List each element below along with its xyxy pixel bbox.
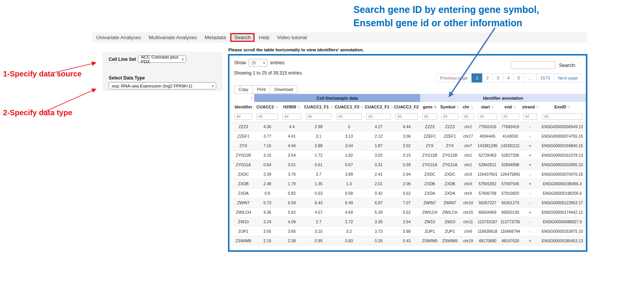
table-cell: ZXDB bbox=[233, 179, 254, 189]
table-cell: 0.82 bbox=[280, 189, 303, 198]
column-header-symbol[interactable]: Symbol⇅ bbox=[439, 102, 460, 111]
group-header-spacer[interactable]: ⇅ bbox=[233, 94, 254, 102]
download-button[interactable]: Download bbox=[270, 85, 297, 94]
column-header-strand[interactable]: strand⇅ bbox=[521, 102, 539, 111]
table-cell: ENSG00000159840.16 bbox=[539, 141, 586, 151]
data-source-panel: Cell Line Set ACC Colorado plus PDX ∨ Se… bbox=[103, 52, 223, 91]
table-cell: 0.42 bbox=[364, 189, 393, 198]
nav-item-metadata[interactable]: Metadata bbox=[201, 33, 229, 42]
data-type-label: Select Data Type bbox=[109, 75, 223, 81]
filter-cell bbox=[460, 111, 476, 122]
table-cell: ZUP1 bbox=[439, 227, 460, 236]
group-header-identifier-annotation: Identifier annotation bbox=[420, 94, 586, 102]
column-header-start[interactable]: start⇅ bbox=[476, 102, 499, 111]
table-cell: ZW10 bbox=[233, 217, 254, 227]
column-label: CUACC1_F1 bbox=[304, 105, 329, 109]
table-cell: ZWINT bbox=[233, 198, 254, 208]
table-cell: 1.87 bbox=[364, 141, 393, 151]
column-header-chr[interactable]: chr⇅ bbox=[460, 102, 476, 111]
table-cell: 126437601 bbox=[476, 170, 499, 179]
pagination-page-1[interactable]: 1 bbox=[472, 73, 482, 83]
table-cell: ZWINT bbox=[439, 198, 460, 208]
filter-input-chr[interactable] bbox=[462, 113, 474, 120]
pagination-page-5[interactable]: 5 bbox=[513, 73, 524, 83]
pagination-next-button[interactable]: Next page bbox=[554, 73, 582, 83]
table-cell: - bbox=[521, 122, 539, 132]
table-cell: 52842511 bbox=[476, 160, 499, 170]
table-cell: 7.07 bbox=[393, 198, 420, 208]
table-cell: 3.04 bbox=[334, 141, 364, 151]
filter-input-cuacc2_f2[interactable] bbox=[396, 113, 418, 120]
cell-line-set-select[interactable]: ACC Colorado plus PDX ∨ bbox=[138, 56, 186, 63]
pagination-previous-button[interactable]: Previous page bbox=[436, 73, 472, 83]
column-header-end[interactable]: end⇅ bbox=[499, 102, 521, 111]
filter-input-start[interactable] bbox=[478, 113, 497, 120]
filter-input-identifier[interactable] bbox=[234, 113, 252, 120]
chevron-down-icon: ∨ bbox=[181, 57, 184, 61]
filter-input-cuacc2[interactable] bbox=[256, 113, 278, 120]
data-type-select[interactable]: xsq: RNA-seq Expression (log2 FPKM+1) ∨ bbox=[109, 82, 216, 89]
page-length-select[interactable]: 25 ∨ bbox=[248, 59, 267, 67]
table-cell: ZYX bbox=[439, 141, 460, 151]
column-header-gene[interactable]: gene⇅ bbox=[420, 102, 439, 111]
filter-input-strand[interactable] bbox=[523, 113, 537, 120]
column-header-cuacc1_f2[interactable]: CUACC1_F2⇅ bbox=[334, 102, 364, 111]
table-cell: 4.27 bbox=[364, 122, 393, 132]
column-header-h295r[interactable]: H295R⇅ bbox=[280, 102, 303, 111]
filter-input-end[interactable] bbox=[501, 113, 519, 120]
filter-cell bbox=[254, 111, 280, 122]
nav-item-help[interactable]: Help bbox=[255, 33, 273, 42]
table-row: ZW103.244.092.72.723.353.54ZW10ZW10chr11… bbox=[233, 217, 586, 227]
table-cell: chr17 bbox=[460, 132, 476, 141]
table-cell: 113773735 bbox=[499, 217, 521, 227]
nav-item-univariate-analyses[interactable]: Univariate Analyses bbox=[92, 33, 145, 42]
nav-item-multivariate-analyses[interactable]: Multivariate Analyses bbox=[145, 33, 201, 42]
column-label: end bbox=[505, 105, 512, 109]
table-cell: 6.43 bbox=[303, 198, 334, 208]
table-cell: 3.13 bbox=[334, 132, 364, 141]
table-cell: ZYG11A bbox=[233, 160, 254, 170]
column-header-ensid[interactable]: EnsID⇅ bbox=[539, 102, 586, 111]
filter-input-cuacc1_f2[interactable] bbox=[337, 113, 362, 120]
table-cell: ZWILCH bbox=[233, 208, 254, 217]
filter-input-ensid[interactable] bbox=[542, 113, 582, 120]
pagination-page-…[interactable]: … bbox=[524, 73, 536, 83]
table-cell: 3.73 bbox=[364, 227, 393, 236]
table-cell: 4.36 bbox=[254, 122, 280, 132]
table-cell: 0.39 bbox=[393, 160, 420, 170]
sort-icon: ⇅ bbox=[536, 105, 539, 109]
filter-input-symbol[interactable] bbox=[441, 113, 459, 120]
sort-icon: ⇅ bbox=[513, 105, 516, 109]
column-header-cuacc2[interactable]: CUACC2⇅ bbox=[254, 102, 280, 111]
table-cell: ZZZ3 bbox=[439, 122, 460, 132]
filter-input-cuacc2_f1[interactable] bbox=[366, 113, 391, 120]
table-cell: 3.65 bbox=[280, 227, 303, 236]
sort-icon: ⇅ bbox=[361, 105, 364, 109]
pagination-page-3[interactable]: 3 bbox=[492, 73, 503, 83]
column-header-cuacc1_f1[interactable]: CUACC1_F1⇅ bbox=[303, 102, 334, 111]
nav-item-video-tutorial[interactable]: Video tutorial bbox=[273, 33, 311, 42]
copy-button[interactable]: Copy bbox=[234, 85, 253, 94]
scroll-hint-text: Please scroll the table horizontally to … bbox=[228, 48, 364, 52]
nav-item-search[interactable]: Search bbox=[230, 33, 255, 42]
print-button[interactable]: Print bbox=[253, 85, 271, 94]
filter-cell bbox=[420, 111, 439, 122]
table-cell: 1.3 bbox=[334, 179, 364, 189]
filter-cell bbox=[303, 111, 334, 122]
table-cell: 4.44 bbox=[393, 122, 420, 132]
filter-input-cuacc1_f1[interactable] bbox=[306, 113, 332, 120]
table-cell: 0.61 bbox=[303, 160, 334, 170]
column-header-cuacc2_f1[interactable]: CUACC2_F1⇅ bbox=[364, 102, 393, 111]
pagination-page-1573[interactable]: 1573 bbox=[536, 73, 554, 83]
table-cell: 57597545 bbox=[499, 179, 521, 189]
table-cell: chr11 bbox=[460, 217, 476, 227]
column-header-identifier[interactable]: Identifier bbox=[233, 102, 254, 111]
filter-input-gene[interactable] bbox=[422, 113, 437, 120]
pagination-page-4[interactable]: 4 bbox=[503, 73, 514, 83]
table-row: ZXDB2.481.791.351.32.012.06ZXDBZXDBchrX5… bbox=[233, 179, 586, 189]
filter-input-h295r[interactable] bbox=[282, 113, 301, 120]
pagination-page-2[interactable]: 2 bbox=[482, 73, 493, 83]
column-header-cuacc2_f2[interactable]: CUACC2_F2⇅ bbox=[393, 102, 420, 111]
search-input[interactable] bbox=[511, 61, 555, 69]
table-cell: chr1 bbox=[460, 151, 476, 160]
